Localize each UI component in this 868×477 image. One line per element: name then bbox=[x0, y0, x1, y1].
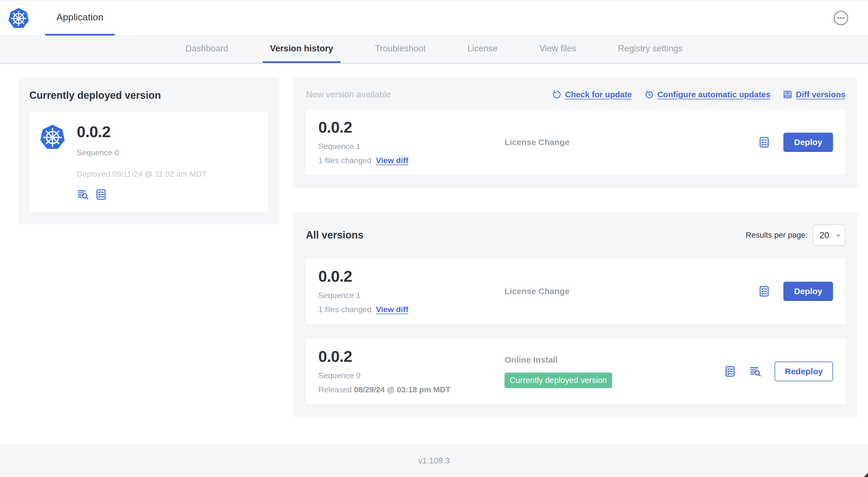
currently-deployed-badge: Currently deployed version bbox=[504, 372, 612, 388]
view-logs-button[interactable] bbox=[749, 365, 762, 378]
refresh-icon bbox=[552, 90, 562, 99]
view-logs-button[interactable] bbox=[77, 188, 89, 201]
preflight-checks-button[interactable] bbox=[758, 285, 770, 297]
view-diff-link[interactable]: View diff bbox=[376, 156, 408, 165]
page-footer: v1.109.3 bbox=[0, 445, 868, 477]
console-version-label: v1.109.3 bbox=[418, 456, 450, 466]
clock-refresh-icon bbox=[644, 90, 654, 99]
version-sequence: Sequence 1 bbox=[318, 142, 504, 151]
logs-magnifier-icon bbox=[77, 188, 89, 201]
kubernetes-logo-icon bbox=[8, 7, 29, 29]
all-versions-title: All versions bbox=[306, 229, 364, 241]
logs-magnifier-icon bbox=[749, 365, 762, 378]
new-version-card: 0.0.2 Sequence 1 1 files changed View di… bbox=[306, 109, 845, 175]
checklist-icon bbox=[758, 285, 770, 297]
kubernetes-app-icon bbox=[39, 124, 65, 150]
preflight-checks-button[interactable] bbox=[758, 136, 770, 148]
view-diff-link[interactable]: View diff bbox=[376, 305, 408, 314]
deploy-button[interactable]: Deploy bbox=[783, 133, 833, 152]
version-number: 0.0.2 bbox=[318, 349, 504, 364]
checklist-icon bbox=[724, 365, 736, 378]
mouse-cursor-artifact bbox=[864, 473, 868, 477]
deploy-button[interactable]: Deploy bbox=[783, 282, 833, 301]
checklist-icon bbox=[95, 188, 107, 201]
tab-registry-settings[interactable]: Registry settings bbox=[611, 36, 690, 63]
version-row: 0.0.2 Sequence 1 1 files changed View di… bbox=[306, 258, 845, 324]
version-number: 0.0.2 bbox=[318, 268, 504, 284]
checklist-icon bbox=[758, 136, 770, 148]
version-number: 0.0.2 bbox=[318, 119, 504, 135]
tab-license[interactable]: License bbox=[460, 36, 505, 63]
tab-troubleshoot[interactable]: Troubleshoot bbox=[368, 36, 433, 63]
results-per-page-label: Results per page: bbox=[746, 231, 808, 240]
deployed-sequence: Sequence 0 bbox=[77, 148, 207, 157]
ellipsis-icon bbox=[832, 9, 849, 27]
results-per-page-select[interactable]: 20 bbox=[813, 225, 845, 246]
released-timestamp: Released08/29/24 @ 03:18 pm MDT bbox=[318, 385, 504, 394]
version-source-label: License Change bbox=[504, 138, 569, 147]
currently-deployed-panel: Currently deployed version 0.0.2 bbox=[18, 78, 279, 225]
currently-deployed-card: 0.0.2 Sequence 0 Deployed 09/11/24 @ 11:… bbox=[29, 112, 268, 212]
version-source-label: License Change bbox=[504, 287, 569, 296]
new-version-title: New version available bbox=[306, 89, 391, 100]
tab-version-history[interactable]: Version history bbox=[263, 36, 341, 63]
version-row: 0.0.2 Sequence 0 Released08/29/24 @ 03:1… bbox=[306, 338, 845, 405]
app-tab-label: Application bbox=[56, 11, 103, 23]
configure-automatic-updates-link[interactable]: Configure automatic updates bbox=[644, 90, 770, 99]
tab-dashboard[interactable]: Dashboard bbox=[178, 36, 236, 63]
currently-deployed-title: Currently deployed version bbox=[29, 89, 268, 101]
diff-icon bbox=[783, 90, 793, 99]
tab-view-files[interactable]: View files bbox=[532, 36, 583, 63]
preflight-checks-button[interactable] bbox=[724, 365, 736, 378]
version-sequence: Sequence 1 bbox=[318, 291, 504, 300]
diff-versions-link[interactable]: Diff versions bbox=[783, 90, 845, 99]
deployed-version-number: 0.0.2 bbox=[77, 124, 207, 140]
app-tab-application[interactable]: Application bbox=[45, 0, 115, 35]
version-sequence: Sequence 0 bbox=[318, 371, 504, 380]
view-config-button[interactable] bbox=[95, 188, 107, 201]
header-spacer bbox=[115, 0, 832, 35]
new-version-panel: New version available Check for update bbox=[293, 78, 858, 188]
deployed-timestamp: Deployed 09/11/24 @ 11:02 am MDT bbox=[77, 170, 207, 179]
check-for-update-link[interactable]: Check for update bbox=[552, 90, 632, 99]
more-menu-button[interactable] bbox=[832, 9, 849, 27]
files-changed-label: 1 files changed bbox=[318, 305, 371, 314]
version-source-label: Online Install bbox=[504, 355, 558, 365]
all-versions-panel: All versions Results per page: 20 bbox=[293, 212, 858, 417]
main-content: Currently deployed version 0.0.2 bbox=[0, 63, 868, 445]
app-header: Application bbox=[0, 0, 868, 36]
redeploy-button[interactable]: Redeploy bbox=[775, 362, 833, 381]
files-changed-label: 1 files changed bbox=[318, 156, 371, 165]
app-subnav: Dashboard Version history Troubleshoot L… bbox=[0, 36, 868, 63]
